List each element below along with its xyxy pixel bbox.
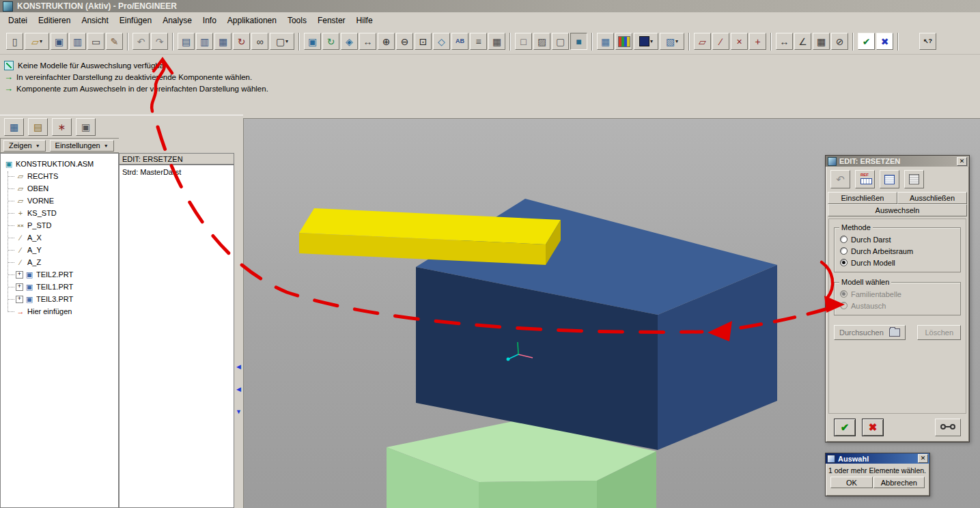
familientabelle-radio[interactable] — [840, 290, 848, 298]
menu-item-datei[interactable]: Datei — [3, 14, 33, 27]
pan-button[interactable]: ↔ — [359, 33, 376, 50]
tree-item-rechts[interactable]: ▱RECHTS — [1, 170, 118, 182]
expand-icon[interactable]: + — [16, 296, 23, 303]
tree-item-a-z[interactable]: ∕A_Z — [1, 256, 118, 268]
green-part-front-face[interactable] — [479, 481, 597, 508]
no-hidden-button[interactable]: ▢ — [552, 33, 569, 50]
tree-item-a-x[interactable]: ∕A_X — [1, 231, 118, 244]
loeschen-button[interactable]: Löschen — [917, 325, 961, 340]
datum-point-tool[interactable]: × — [731, 33, 748, 50]
context-help-button[interactable]: ↖? — [919, 33, 936, 50]
view-list-button[interactable]: AB — [451, 33, 468, 50]
tree-item-vorne[interactable]: ▱VORNE — [1, 195, 118, 207]
close-window-button[interactable]: ✖ — [876, 33, 893, 50]
ok-button[interactable]: OK — [830, 477, 873, 488]
datum-axes-toggle[interactable] — [615, 33, 632, 50]
undo-button[interactable]: ↶ — [132, 33, 150, 50]
verify-button[interactable]: ✔ — [858, 33, 875, 50]
durch-darst-radio[interactable] — [840, 236, 848, 243]
refit-button[interactable]: ⊡ — [415, 33, 432, 50]
tree-item-teil1-prt[interactable]: +▣TEIL1.PRT — [1, 281, 118, 293]
splitter-collapse-arrow[interactable]: ▼ — [236, 409, 242, 415]
titlebar[interactable]: KONSTRUKTION (Aktiv) - Pro/ENGINEER — [0, 0, 980, 12]
menu-item-ansicht[interactable]: Ansicht — [76, 14, 113, 27]
menu-item-applikationen[interactable]: Applikationen — [222, 14, 282, 27]
datum-axis-tool[interactable]: ∕ — [712, 33, 729, 50]
datum-planes-toggle[interactable]: ▦ — [597, 33, 614, 50]
dialog-ref-table-button[interactable] — [855, 170, 875, 188]
auswahl-titlebar[interactable]: Auswahl ✕ — [826, 453, 929, 464]
search-binoculars-button[interactable]: ∞ — [251, 33, 268, 50]
edit-dialog-close-button[interactable]: ✕ — [957, 157, 967, 166]
annotation-display-toggle[interactable]: ▧▾ — [660, 33, 684, 50]
saved-views-button[interactable]: ◇ — [433, 33, 450, 50]
measure-angle-button[interactable]: ∠ — [794, 33, 811, 50]
tree-folders-button[interactable]: ▤ — [28, 118, 48, 136]
einstellungen-menu-button[interactable]: Einstellungen ▼ — [50, 140, 114, 152]
cancel-button[interactable]: ✖ — [862, 419, 884, 436]
tree-item-oben[interactable]: ▱OBEN — [1, 182, 118, 195]
confirm-button[interactable]: ✔ — [834, 419, 856, 436]
menu-item-editieren[interactable]: Editieren — [33, 14, 76, 27]
expand-icon[interactable]: + — [16, 271, 23, 279]
redo-button[interactable]: ↷ — [151, 33, 168, 50]
zoom-in-button[interactable]: ⊕ — [378, 33, 395, 50]
tree-columns-button[interactable]: ▦ — [4, 118, 24, 136]
durch-arbeitsraum-radio[interactable] — [840, 247, 848, 255]
tree-style-button[interactable]: ▣ — [76, 118, 96, 136]
dialog-model-table-button[interactable] — [880, 170, 899, 188]
save-button[interactable]: ▣ — [51, 33, 68, 50]
measure-distance-button[interactable]: ↔ — [776, 33, 793, 50]
durchsuchen-button[interactable]: Durchsuchen — [834, 325, 906, 340]
datum-plane-tool[interactable]: ▱ — [694, 33, 711, 50]
new-file-button[interactable]: ▯ — [6, 33, 23, 50]
regenerate-button[interactable]: ↻ — [233, 33, 250, 50]
menu-item-tools[interactable]: Tools — [282, 14, 312, 27]
splitter-collapse-arrow[interactable]: ◀ — [236, 386, 241, 393]
austausch-radio[interactable] — [840, 302, 848, 309]
view-manager-button[interactable]: ▦ — [488, 33, 505, 50]
family-table-button[interactable]: ▦ — [813, 33, 830, 50]
repaint-button[interactable]: ▣ — [304, 33, 321, 50]
paste-special-button[interactable]: ▦ — [214, 33, 232, 50]
tree-item-ks-std[interactable]: +KS_STD — [1, 207, 118, 219]
chevron-down-icon[interactable]: ▾ — [40, 38, 42, 44]
hidden-line-button[interactable]: ▨ — [533, 33, 550, 50]
spin-center-button[interactable]: ↻ — [322, 33, 339, 50]
auswahl-close-button[interactable]: ✕ — [918, 454, 928, 463]
paste-button[interactable]: ▥ — [196, 33, 213, 50]
tree-item-a-y[interactable]: ∕A_Y — [1, 244, 118, 256]
copy-button[interactable]: ▤ — [178, 33, 195, 50]
panel-splitter[interactable]: ◀◀▼ — [234, 115, 243, 508]
tree-item-hier-einfügen[interactable]: →Hier einfügen — [1, 305, 118, 318]
chevron-down-icon[interactable]: ▾ — [650, 38, 653, 44]
tab-ausschließen[interactable]: Ausschließen — [897, 192, 967, 204]
shaded-button[interactable]: ■ — [570, 33, 587, 50]
erase-display-button[interactable]: ✎ — [106, 33, 123, 50]
menu-item-fenster[interactable]: Fenster — [312, 14, 351, 27]
print-button[interactable]: ▭ — [87, 33, 104, 50]
zeigen-menu-button[interactable]: Zeigen ▼ — [3, 140, 46, 152]
preview-button[interactable] — [935, 419, 961, 436]
menu-item-info[interactable]: Info — [197, 14, 222, 27]
chevron-down-icon[interactable]: ▾ — [285, 38, 288, 44]
abbrechen-button[interactable]: Abbrechen — [873, 477, 925, 488]
expand-icon[interactable]: + — [16, 283, 23, 291]
dialog-options-list-button[interactable] — [904, 170, 924, 188]
tree-filter-button[interactable]: ∗ — [52, 118, 72, 136]
menu-item-analyse[interactable]: Analyse — [157, 14, 197, 27]
durch-modell-radio[interactable] — [840, 259, 848, 266]
appearance-swatch-button[interactable]: ▾ — [634, 33, 658, 50]
layers-button[interactable]: ≡ — [470, 33, 487, 50]
datum-csys-tool[interactable]: + — [749, 33, 766, 50]
measure-diameter-button[interactable]: ⊘ — [831, 33, 848, 50]
dialog-undo-button[interactable]: ↶ — [830, 170, 850, 188]
tree-item-p-std[interactable]: ××P_STD — [1, 219, 118, 231]
tab-einschließen[interactable]: Einschließen — [828, 192, 897, 204]
splitter-collapse-arrow[interactable]: ◀ — [236, 364, 241, 370]
menu-item-einfügen[interactable]: Einfügen — [114, 14, 157, 27]
tree-item-teil3-prt[interactable]: +▣TEIL3.PRT — [1, 293, 118, 305]
open-file-button[interactable]: ▱▾ — [25, 33, 49, 50]
tree-item-teil2-prt[interactable]: +▣TEIL2.PRT — [1, 268, 118, 281]
save-copy-button[interactable]: ▥ — [69, 33, 86, 50]
